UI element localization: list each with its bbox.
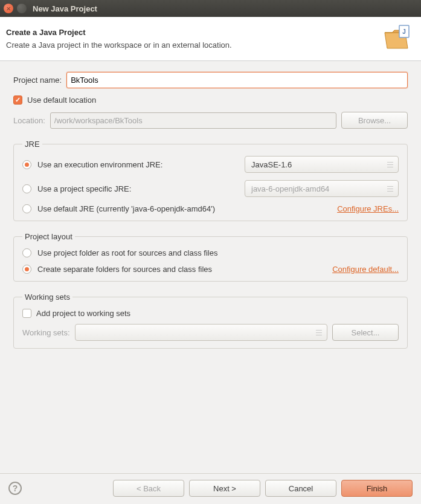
use-default-location-checkbox[interactable] [13,95,22,105]
jre-legend: JRE [22,140,42,149]
jre-group: JRE Use an execution environment JRE: Ja… [13,140,408,221]
add-to-working-sets-label: Add project to working sets [36,309,130,318]
working-sets-group: Working sets Add project to working sets… [13,292,408,349]
exec-env-dropdown[interactable]: JavaSE-1.6 [245,156,399,173]
exec-env-radio[interactable] [22,160,31,169]
header-title: Create a Java Project [6,28,232,37]
select-button: Select... [332,324,399,341]
titlebar: ✕ New Java Project [0,0,421,17]
window-close-button[interactable]: ✕ [4,4,13,13]
add-to-working-sets-checkbox[interactable] [22,309,31,318]
project-specific-label: Use a project specific JRE: [37,184,239,193]
next-button[interactable]: Next > [189,480,260,497]
separate-folders-label: Create separate folders for sources and … [37,265,212,274]
project-layout-group: Project layout Use project folder as roo… [13,232,408,282]
window-minimize-button[interactable] [17,4,27,13]
root-folder-radio[interactable] [22,248,31,257]
working-sets-legend: Working sets [22,292,72,302]
project-specific-dropdown: java-6-openjdk-amd64 [245,180,399,197]
project-layout-legend: Project layout [22,232,75,241]
header-subtitle: Create a Java project in the workspace o… [6,40,232,50]
project-name-label: Project name: [13,76,62,85]
browse-button: Browse... [341,112,408,129]
dialog-footer: ? < Back Next > Cancel Finish [0,473,421,504]
finish-button[interactable]: Finish [341,480,413,497]
back-button: < Back [113,480,184,497]
root-folder-label: Use project folder as root for sources a… [37,248,399,257]
dialog-header: Create a Java Project Create a Java proj… [0,17,421,61]
java-project-icon: J [382,24,411,53]
use-default-location-label: Use default location [27,95,96,105]
location-input [50,112,336,129]
default-jre-label: Use default JRE (currently 'java-6-openj… [37,204,215,213]
location-label: Location: [13,116,45,125]
window-title: New Java Project [33,4,97,13]
project-name-input[interactable] [66,72,408,88]
svg-text:J: J [402,28,406,35]
configure-jres-link[interactable]: Configure JREs... [337,204,399,213]
default-jre-radio[interactable] [22,204,31,213]
cancel-button[interactable]: Cancel [265,480,336,497]
working-sets-dropdown [75,324,327,341]
separate-folders-radio[interactable] [22,265,31,274]
project-specific-radio[interactable] [22,184,31,193]
help-icon[interactable]: ? [8,482,22,495]
exec-env-label: Use an execution environment JRE: [37,160,239,169]
configure-default-link[interactable]: Configure default... [332,265,399,274]
working-sets-label: Working sets: [22,328,70,337]
